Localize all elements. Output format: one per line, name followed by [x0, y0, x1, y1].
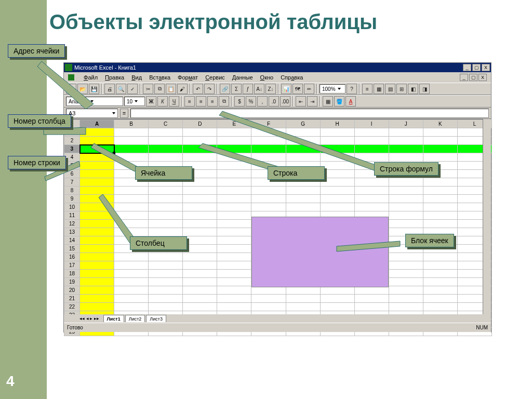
cell-I1[interactable]	[354, 128, 389, 137]
row-header-14[interactable]: 14	[64, 236, 80, 245]
row-header-15[interactable]: 15	[64, 245, 80, 253]
cell-E6[interactable]	[217, 170, 251, 178]
formula-bar[interactable]	[130, 109, 489, 118]
cell-A20[interactable]	[80, 286, 114, 295]
cell-G8[interactable]	[286, 187, 320, 195]
zoom-select[interactable]: 100%	[320, 84, 345, 94]
merge-icon[interactable]: ⧉	[219, 96, 229, 107]
row-header-4[interactable]: 4	[64, 153, 80, 162]
cell-B9[interactable]	[114, 195, 149, 203]
cell-A4[interactable]	[80, 153, 114, 162]
cell-D4[interactable]	[183, 153, 217, 162]
cell-A19[interactable]	[80, 278, 114, 286]
cell-J9[interactable]	[389, 195, 423, 203]
cell-A11[interactable]	[80, 211, 114, 220]
cell-E21[interactable]	[217, 295, 251, 303]
cell-I9[interactable]	[354, 195, 389, 203]
col-header-C[interactable]: C	[149, 120, 183, 128]
cell-E20[interactable]	[217, 286, 251, 295]
cell-D11[interactable]	[183, 211, 217, 220]
cell-I8[interactable]	[354, 187, 389, 195]
row-header-19[interactable]: 19	[64, 278, 80, 286]
menu-view[interactable]: Вид	[131, 74, 142, 81]
row-header-1[interactable]: 1	[64, 128, 80, 137]
cell-K7[interactable]	[423, 178, 457, 187]
font-size-select[interactable]: 10	[124, 97, 145, 106]
inc-decimal-icon[interactable]: .0	[269, 96, 279, 107]
cell-H2[interactable]	[320, 137, 354, 145]
name-box[interactable]: A3	[66, 109, 118, 118]
cell-H7[interactable]	[320, 178, 354, 187]
cell-K22[interactable]	[423, 303, 457, 311]
undo-icon[interactable]: ↶	[193, 84, 203, 94]
row-header-7[interactable]: 7	[64, 178, 80, 187]
cell-B3[interactable]	[114, 145, 149, 153]
cut-icon[interactable]: ✂	[143, 84, 153, 94]
row-header-21[interactable]: 21	[64, 295, 80, 303]
cell-C21[interactable]	[149, 295, 183, 303]
cell-D8[interactable]	[183, 187, 217, 195]
cell-H1[interactable]	[320, 128, 354, 137]
inc-indent-icon[interactable]: ⇥	[307, 96, 317, 107]
extra-icon-4[interactable]: ⊞	[396, 84, 407, 94]
cell-J17[interactable]	[389, 261, 423, 270]
col-header-B[interactable]: B	[114, 120, 149, 128]
cell-C13[interactable]	[149, 228, 183, 236]
cell-F21[interactable]	[251, 295, 286, 303]
cell-G3[interactable]	[286, 145, 320, 153]
cell-A9[interactable]	[80, 195, 114, 203]
cell-F2[interactable]	[251, 137, 286, 145]
menu-format[interactable]: Формат	[178, 74, 198, 81]
menu-tools[interactable]: Сервис	[205, 74, 225, 81]
row-header-8[interactable]: 8	[64, 187, 80, 195]
sheet-tab-3[interactable]: Лист3	[146, 315, 166, 322]
redo-icon[interactable]: ↷	[204, 84, 215, 94]
col-header-A[interactable]: A	[80, 120, 114, 128]
cell-H10[interactable]	[320, 203, 354, 211]
minimize-button[interactable]: _	[463, 64, 471, 71]
menu-data[interactable]: Данные	[232, 74, 253, 81]
vertical-scrollbar[interactable]	[483, 119, 491, 314]
align-center-icon[interactable]: ≡	[196, 96, 206, 107]
cell-H6[interactable]	[320, 170, 354, 178]
cell-D12[interactable]	[183, 220, 217, 228]
cell-D2[interactable]	[183, 137, 217, 145]
cell-H9[interactable]	[320, 195, 354, 203]
cell-A16[interactable]	[80, 253, 114, 261]
cell-E19[interactable]	[217, 278, 251, 286]
cell-E15[interactable]	[217, 245, 251, 253]
cell-G4[interactable]	[286, 153, 320, 162]
cell-E18[interactable]	[217, 270, 251, 278]
font-color-icon[interactable]: A	[345, 96, 356, 107]
function-icon[interactable]: ƒ	[243, 84, 253, 94]
cell-K3[interactable]	[423, 145, 457, 153]
cell-J12[interactable]	[389, 220, 423, 228]
cell-B22[interactable]	[114, 303, 149, 311]
cell-F4[interactable]	[251, 153, 286, 162]
cell-I4[interactable]	[354, 153, 389, 162]
row-header-6[interactable]: 6	[64, 170, 80, 178]
col-header-H[interactable]: H	[320, 120, 354, 128]
cell-E2[interactable]	[217, 137, 251, 145]
cell-E14[interactable]	[217, 236, 251, 245]
menu-window[interactable]: Окно	[260, 74, 274, 81]
currency-icon[interactable]: $	[234, 96, 245, 107]
row-header-17[interactable]: 17	[64, 261, 80, 270]
cell-G2[interactable]	[286, 137, 320, 145]
row-header-5[interactable]: 5	[64, 162, 80, 170]
hyperlink-icon[interactable]: 🔗	[220, 84, 230, 94]
cell-F8[interactable]	[251, 187, 286, 195]
cell-E3[interactable]	[217, 145, 251, 153]
cell-C22[interactable]	[149, 303, 183, 311]
cell-F10[interactable]	[251, 203, 286, 211]
copy-icon[interactable]: ⧉	[154, 84, 165, 94]
extra-icon-2[interactable]: ▦	[374, 84, 384, 94]
dec-indent-icon[interactable]: ⇤	[296, 96, 306, 107]
extra-icon-6[interactable]: ◨	[419, 84, 430, 94]
cell-K9[interactable]	[423, 195, 457, 203]
cell-J1[interactable]	[389, 128, 423, 137]
cell-G22[interactable]	[286, 303, 320, 311]
cell-J7[interactable]	[389, 178, 423, 187]
cell-A3[interactable]	[80, 145, 114, 153]
cell-A22[interactable]	[80, 303, 114, 311]
